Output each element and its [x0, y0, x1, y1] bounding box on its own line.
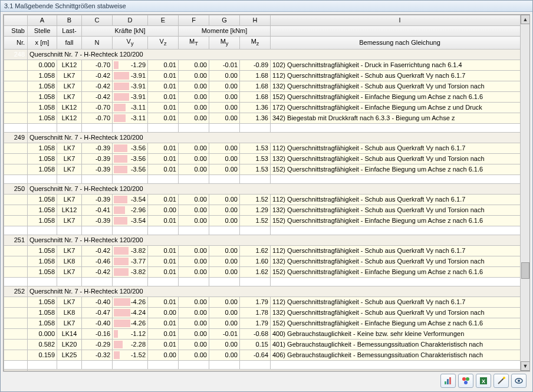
- row-header-cell[interactable]: [4, 205, 28, 216]
- cell[interactable]: LK7: [57, 81, 82, 92]
- cell[interactable]: 1.53: [240, 164, 271, 175]
- cell[interactable]: 0.01: [148, 297, 179, 308]
- vy-cell[interactable]: -3.54: [113, 195, 148, 205]
- cell[interactable]: -0.68: [240, 329, 271, 340]
- design-text-cell[interactable]: 152) Querschnittstragfähigkeit - Einfach…: [271, 267, 529, 278]
- cell[interactable]: 1.62: [240, 267, 271, 278]
- row-header-cell[interactable]: [4, 164, 28, 175]
- stab-number-cell[interactable]: 251: [4, 235, 28, 246]
- cell[interactable]: 0.00: [209, 318, 240, 329]
- cell[interactable]: -0.01: [209, 60, 240, 71]
- cell[interactable]: 0.01: [148, 256, 179, 267]
- cell[interactable]: 0.00: [209, 195, 240, 205]
- cell[interactable]: 0.00: [148, 308, 179, 318]
- design-text-cell[interactable]: 152) Querschnittstragfähigkeit - Einfach…: [271, 92, 529, 103]
- cell[interactable]: 1.058: [28, 267, 57, 278]
- scroll-down-icon[interactable]: ▼: [521, 361, 530, 371]
- vy-cell[interactable]: -1.29: [113, 60, 148, 71]
- cell[interactable]: 0.00: [179, 81, 209, 92]
- vy-cell[interactable]: -4.26: [113, 297, 148, 308]
- cell[interactable]: -0.42: [82, 81, 113, 92]
- cell[interactable]: 0.00: [209, 350, 240, 361]
- cell[interactable]: LK20: [57, 340, 82, 350]
- row-header-cell[interactable]: [4, 318, 28, 329]
- cell[interactable]: -0.39: [82, 195, 113, 205]
- row-header-cell[interactable]: [4, 297, 28, 308]
- cell[interactable]: 1.36: [240, 103, 271, 113]
- vy-cell[interactable]: -2.96: [113, 205, 148, 216]
- row-header-cell[interactable]: [4, 308, 28, 318]
- cell[interactable]: 1.058: [28, 71, 57, 81]
- stab-number-cell[interactable]: 248: [4, 50, 28, 60]
- vy-cell[interactable]: -4.24: [113, 308, 148, 318]
- cell[interactable]: 0.00: [209, 297, 240, 308]
- vy-cell[interactable]: -3.91: [113, 81, 148, 92]
- table-row[interactable]: 1.058LK7-0.39-3.560.010.000.001.53112) Q…: [4, 143, 529, 154]
- row-header-cell[interactable]: [4, 350, 28, 361]
- filter-button[interactable]: [458, 374, 473, 388]
- wand-button[interactable]: [493, 374, 509, 388]
- vy-cell[interactable]: -3.11: [113, 113, 148, 124]
- vy-cell[interactable]: -3.54: [113, 216, 148, 226]
- cell[interactable]: LK7: [57, 154, 82, 164]
- design-text-cell[interactable]: 112) Querschnittstragfähigkeit - Schub a…: [271, 195, 529, 205]
- design-text-cell[interactable]: 400) Gebrauchstauglichkeit - Keine bzw. …: [271, 329, 529, 340]
- cell[interactable]: 0.00: [209, 154, 240, 164]
- cell[interactable]: 0.00: [179, 92, 209, 103]
- col-H[interactable]: H: [240, 15, 271, 26]
- cell[interactable]: -0.39: [82, 216, 113, 226]
- cell[interactable]: 0.00: [209, 205, 240, 216]
- cell[interactable]: 1.68: [240, 81, 271, 92]
- cell[interactable]: 0.00: [179, 113, 209, 124]
- cell[interactable]: -0.89: [240, 60, 271, 71]
- cell[interactable]: -0.42: [82, 71, 113, 81]
- cell[interactable]: 0.00: [179, 297, 209, 308]
- cell[interactable]: -0.42: [82, 246, 113, 256]
- row-header-cell[interactable]: [4, 154, 28, 164]
- vy-cell[interactable]: -3.91: [113, 92, 148, 103]
- cell[interactable]: -0.40: [82, 318, 113, 329]
- cell[interactable]: -0.47: [82, 308, 113, 318]
- section-header-row[interactable]: 251Querschnitt Nr. 7 - H-Rechteck 120/20…: [4, 235, 529, 246]
- vertical-scrollbar[interactable]: ▲ ▼: [520, 15, 529, 371]
- cell[interactable]: 0.00: [179, 205, 209, 216]
- cell[interactable]: LK7: [57, 71, 82, 81]
- cell[interactable]: 0.00: [209, 143, 240, 154]
- cell[interactable]: 1.058: [28, 92, 57, 103]
- cell[interactable]: 0.00: [179, 71, 209, 81]
- scroll-thumb[interactable]: [521, 262, 529, 279]
- cell[interactable]: 0.00: [179, 164, 209, 175]
- row-header-cell[interactable]: [4, 81, 28, 92]
- cell[interactable]: -0.70: [82, 103, 113, 113]
- cell[interactable]: 0.00: [179, 350, 209, 361]
- cell[interactable]: 1.79: [240, 318, 271, 329]
- cell[interactable]: 0.00: [209, 256, 240, 267]
- cell[interactable]: 0.01: [148, 154, 179, 164]
- cell[interactable]: 0.01: [148, 103, 179, 113]
- cell[interactable]: 0.00: [148, 350, 179, 361]
- row-header-cell[interactable]: [4, 71, 28, 81]
- table-row[interactable]: 0.000LK12-0.70-1.290.010.00-0.01-0.89102…: [4, 60, 529, 71]
- cell[interactable]: 0.00: [209, 92, 240, 103]
- cell[interactable]: LK7: [57, 318, 82, 329]
- cell[interactable]: 1.79: [240, 297, 271, 308]
- cell[interactable]: 0.00: [179, 267, 209, 278]
- cell[interactable]: 0.00: [179, 143, 209, 154]
- design-text-cell[interactable]: 132) Querschnittstragfähigkeit - Schub a…: [271, 256, 529, 267]
- cell[interactable]: 0.00: [209, 103, 240, 113]
- vy-cell[interactable]: -3.56: [113, 154, 148, 164]
- section-header-row[interactable]: 253Querschnitt Nr. 7 - H-Rechteck 120/20…: [4, 370, 529, 371]
- scroll-up-icon[interactable]: ▲: [521, 15, 530, 24]
- cell[interactable]: 1.62: [240, 246, 271, 256]
- vy-cell[interactable]: -3.11: [113, 103, 148, 113]
- vy-cell[interactable]: -3.56: [113, 143, 148, 154]
- row-header-cell[interactable]: [4, 143, 28, 154]
- cell[interactable]: -0.40: [82, 297, 113, 308]
- row-header-cell[interactable]: [4, 340, 28, 350]
- vy-cell[interactable]: -3.56: [113, 164, 148, 175]
- cell[interactable]: 0.00: [179, 195, 209, 205]
- stab-number-cell[interactable]: 249: [4, 133, 28, 143]
- cell[interactable]: LK12: [57, 103, 82, 113]
- cell[interactable]: LK7: [57, 143, 82, 154]
- cell[interactable]: 0.00: [209, 216, 240, 226]
